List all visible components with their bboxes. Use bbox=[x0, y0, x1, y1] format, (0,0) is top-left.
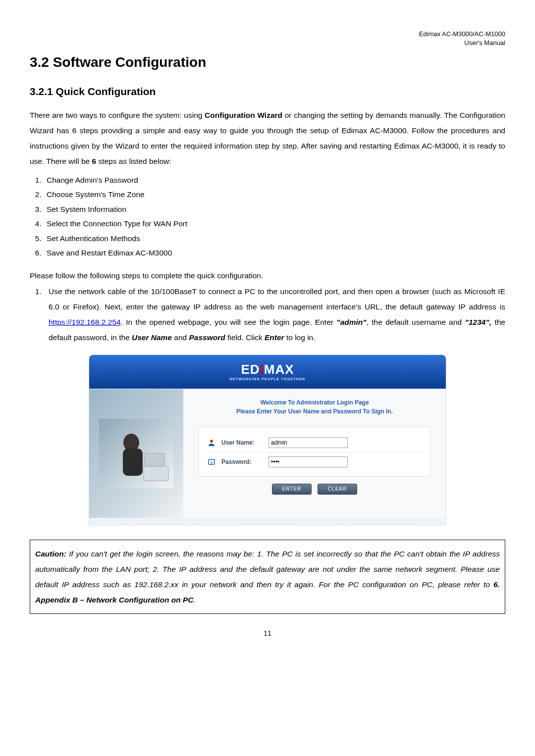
login-form-area: Welcome To Administrator Login Page Plea… bbox=[183, 389, 446, 518]
step-item: Save and Restart Edimax AC-M3000 bbox=[44, 246, 505, 260]
instruction-1-pre: Use the network cable of the 10/100BaseT… bbox=[49, 287, 505, 311]
step-item: Select the Connection Type for WAN Port bbox=[44, 216, 505, 231]
instruction-list: Use the network cable of the 10/100BaseT… bbox=[30, 284, 505, 345]
doc-header: Edimax AC-M3000/AC-M1000 User's Manual bbox=[30, 30, 505, 48]
subsection-title: 3.2.1 Quick Configuration bbox=[30, 84, 505, 99]
user-icon bbox=[207, 438, 216, 448]
username-input[interactable] bbox=[268, 437, 348, 448]
login-page-figure: EDIMAX NETWORKING PEOPLE TOGETHER Welcom… bbox=[89, 355, 446, 525]
password-label: Password: bbox=[221, 458, 268, 466]
password-row: a Password: bbox=[207, 452, 423, 471]
doc-header-line2: User's Manual bbox=[464, 39, 505, 47]
clear-button[interactable]: CLEAR bbox=[318, 484, 357, 495]
instruction-item-1: Use the network cable of the 10/100BaseT… bbox=[44, 284, 505, 345]
login-header-bar: EDIMAX NETWORKING PEOPLE TOGETHER bbox=[89, 355, 446, 389]
follow-intro: Please follow the following steps to com… bbox=[30, 270, 505, 281]
login-side-image bbox=[89, 389, 183, 518]
brand-tagline: NETWORKING PEOPLE TOGETHER bbox=[229, 377, 305, 381]
login-welcome-text: Welcome To Administrator Login Page Plea… bbox=[236, 398, 393, 416]
svg-point-5 bbox=[210, 440, 213, 443]
page-number: 11 bbox=[30, 629, 505, 639]
person-laptop-illustration bbox=[99, 419, 173, 488]
password-input[interactable] bbox=[268, 456, 348, 467]
edimax-logo: EDIMAX NETWORKING PEOPLE TOGETHER bbox=[229, 363, 305, 381]
username-row: User Name: bbox=[207, 433, 423, 452]
doc-header-line1: Edimax AC-M3000/AC-M1000 bbox=[419, 30, 505, 38]
intro-paragraph: There are two ways to configure the syst… bbox=[30, 107, 505, 169]
svg-rect-2 bbox=[123, 449, 143, 476]
wizard-steps-list: Change Admin's Password Choose System's … bbox=[30, 173, 505, 260]
svg-rect-3 bbox=[144, 466, 168, 481]
login-footer-strip bbox=[89, 518, 446, 525]
step-item: Choose System's Time Zone bbox=[44, 187, 505, 202]
login-body: Welcome To Administrator Login Page Plea… bbox=[89, 389, 446, 518]
username-label: User Name: bbox=[221, 439, 268, 447]
password-icon: a bbox=[207, 457, 216, 467]
login-button-row: ENTER CLEAR bbox=[270, 483, 359, 495]
welcome-line1: Welcome To Administrator Login Page bbox=[260, 399, 369, 406]
section-title: 3.2 Software Configuration bbox=[30, 52, 505, 72]
svg-text:a: a bbox=[211, 460, 213, 464]
login-credentials-panel: User Name: a Password: bbox=[198, 427, 431, 477]
step-item: Set System Information bbox=[44, 202, 505, 216]
svg-rect-4 bbox=[145, 454, 164, 466]
caution-box: Caution: If you can't get the login scre… bbox=[30, 540, 505, 614]
step-item: Set Authentication Methods bbox=[44, 231, 505, 246]
step-item: Change Admin's Password bbox=[44, 173, 505, 187]
enter-button[interactable]: ENTER bbox=[272, 484, 312, 495]
gateway-url-link[interactable]: https://192.168.2.254 bbox=[49, 318, 121, 326]
welcome-line2: Please Enter Your User Name and Password… bbox=[236, 408, 393, 415]
